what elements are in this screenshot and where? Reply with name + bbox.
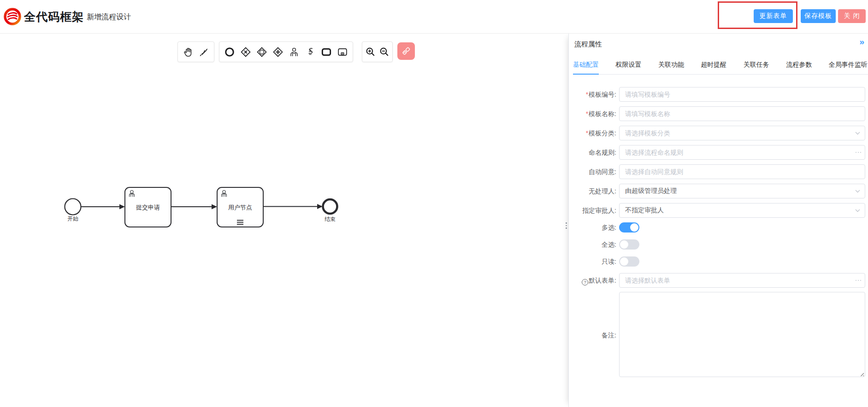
start-event-node[interactable]: 开始 <box>65 199 81 222</box>
remark-textarea[interactable] <box>619 292 865 377</box>
tab-basic-config[interactable]: 基础配置 <box>573 60 599 75</box>
template-name-label: 模板名称: <box>589 110 616 117</box>
bpmn-canvas[interactable]: 开始 提交申请 用户节点 <box>0 34 568 407</box>
read-only-toggle[interactable] <box>619 256 639 267</box>
assigned-approver-select[interactable] <box>619 203 865 218</box>
tab-process-params[interactable]: 流程参数 <box>786 60 812 74</box>
task-node-submit[interactable]: 提交申请 <box>125 187 171 227</box>
close-button[interactable]: 关 闭 <box>838 9 866 23</box>
ellipsis-icon[interactable] <box>856 152 861 153</box>
no-handler-label: 无处理人: <box>569 184 619 198</box>
assigned-approver-label: 指定审批人: <box>569 203 619 218</box>
multi-select-toggle[interactable] <box>619 222 639 233</box>
default-form-label: 默认表单: <box>589 277 616 284</box>
naming-rule-picker[interactable] <box>619 145 865 160</box>
header: 全代码框架 新增流程设计 更新表单 保存模板 关 闭 <box>0 0 868 34</box>
default-form-picker[interactable] <box>619 273 865 288</box>
auto-agree-row: 自动同意: <box>569 164 868 179</box>
required-mark: * <box>586 110 588 117</box>
update-form-button[interactable]: 更新表单 <box>754 9 793 23</box>
end-event-node[interactable]: 结束 <box>323 199 337 222</box>
basic-config-form: *模板编号: *模板名称: *模板分类: 命名规则: <box>569 87 868 379</box>
end-event-label: 结束 <box>325 216 336 222</box>
help-circle-icon: ? <box>582 279 588 285</box>
remark-row: 备注: <box>569 292 868 379</box>
required-mark: * <box>586 91 588 98</box>
auto-agree-label: 自动同意: <box>569 164 619 179</box>
no-handler-row: 无处理人: <box>569 184 868 198</box>
multi-select-label: 多选: <box>569 222 619 233</box>
template-code-input[interactable] <box>619 87 865 102</box>
required-mark: * <box>586 129 588 137</box>
remark-label: 备注: <box>569 331 619 340</box>
template-code-row: *模板编号: <box>569 87 868 102</box>
template-name-row: *模板名称: <box>569 106 868 121</box>
tab-timeout-reminder[interactable]: 超时提醒 <box>701 60 726 74</box>
template-name-input[interactable] <box>619 106 865 121</box>
select-all-toggle[interactable] <box>619 239 639 250</box>
naming-rule-row: 命名规则: <box>569 145 868 160</box>
template-category-select[interactable] <box>619 126 865 140</box>
panel-tabs: 基础配置 权限设置 关联功能 超时提醒 关联任务 流程参数 全局事件监听 <box>573 60 868 75</box>
panel-title: 流程属性 <box>574 40 602 49</box>
default-form-row: ?默认表单: <box>569 273 868 288</box>
tab-permission[interactable]: 权限设置 <box>615 60 641 74</box>
tab-related-function[interactable]: 关联功能 <box>658 60 684 74</box>
sequence-flows <box>81 207 318 207</box>
brand-logo-icon <box>4 8 21 25</box>
multi-select-row: 多选: <box>569 222 868 233</box>
page-title: 新增流程设计 <box>87 12 131 22</box>
select-all-label: 全选: <box>569 239 619 250</box>
panel-resize-grip[interactable] <box>566 222 567 229</box>
template-code-label: 模板编号: <box>589 91 616 98</box>
read-only-label: 只读: <box>569 256 619 267</box>
main: 开始 提交申请 用户节点 <box>0 34 868 407</box>
task-user-label: 用户节点 <box>228 204 252 211</box>
start-event-label: 开始 <box>67 215 78 222</box>
tab-related-task[interactable]: 关联任务 <box>744 60 769 74</box>
collapse-panel-icon[interactable]: » <box>859 37 864 46</box>
auto-agree-input[interactable] <box>619 164 865 179</box>
bpmn-diagram: 开始 提交申请 用户节点 <box>0 34 568 407</box>
template-category-row: *模板分类: <box>569 126 868 140</box>
template-category-label: 模板分类: <box>589 129 616 137</box>
tab-global-event-listener[interactable]: 全局事件监听 <box>829 60 868 74</box>
assigned-approver-row: 指定审批人: <box>569 203 868 218</box>
naming-rule-label: 命名规则: <box>569 145 619 160</box>
properties-panel: 流程属性 » 基础配置 权限设置 关联功能 超时提醒 关联任务 流程参数 全局事… <box>568 34 868 407</box>
read-only-row: 只读: <box>569 256 868 267</box>
task-node-user[interactable]: 用户节点 <box>217 187 263 227</box>
select-all-row: 全选: <box>569 239 868 250</box>
ellipsis-icon[interactable] <box>856 280 861 281</box>
save-template-button[interactable]: 保存模板 <box>801 9 836 23</box>
task-submit-label: 提交申请 <box>136 204 160 211</box>
brand-name: 全代码框架 <box>24 9 84 24</box>
app: 全代码框架 新增流程设计 更新表单 保存模板 关 闭 <box>0 0 868 407</box>
no-handler-select[interactable] <box>619 184 865 198</box>
